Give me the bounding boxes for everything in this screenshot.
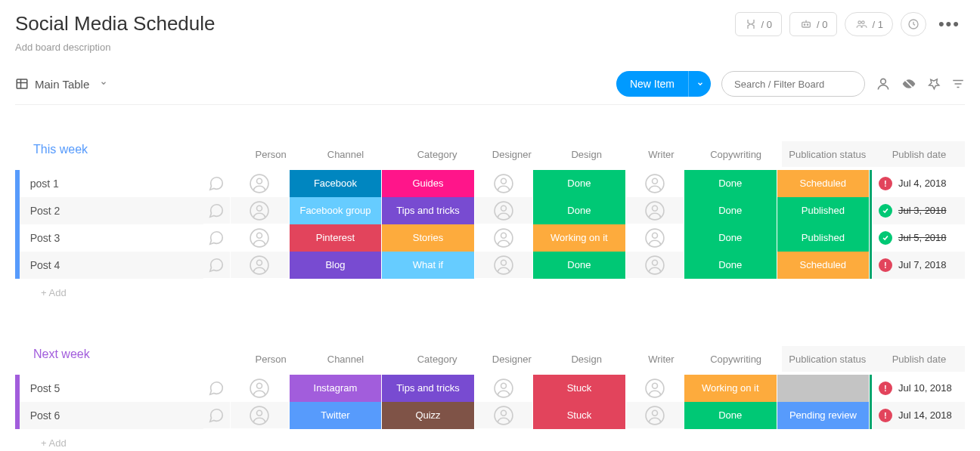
stat-automations[interactable]: / 0 [789, 12, 837, 36]
copywriting-cell[interactable]: Done [684, 197, 777, 224]
channel-cell[interactable]: Facebook group [289, 197, 382, 224]
pin-icon[interactable] [927, 77, 941, 91]
publish-date-cell[interactable]: !Jul 10, 2018 [872, 375, 965, 402]
column-header[interactable]: Designer [483, 141, 541, 167]
column-header[interactable]: Publish date [873, 346, 965, 372]
design-cell[interactable]: Stuck [532, 375, 625, 402]
copywriting-cell[interactable]: Done [684, 402, 777, 429]
view-switcher[interactable]: Main Table [15, 77, 107, 91]
group-collapse-icon[interactable] [15, 348, 29, 361]
designer-cell[interactable] [474, 197, 532, 224]
design-cell[interactable]: Working on it [532, 224, 625, 252]
publication-status-cell[interactable]: Scheduled [777, 252, 870, 279]
designer-cell[interactable] [474, 402, 532, 429]
column-header[interactable]: Person [242, 346, 299, 372]
column-header[interactable]: Publication status [782, 141, 873, 167]
category-cell[interactable]: What if [381, 252, 474, 279]
column-header[interactable]: Publish date [873, 141, 965, 167]
writer-cell[interactable] [625, 224, 684, 252]
column-header[interactable]: Copywriting [690, 346, 782, 372]
item-name[interactable]: post 1 [20, 170, 203, 197]
publish-date-cell[interactable]: Jul 3, 2018 [872, 197, 965, 224]
designer-cell[interactable] [474, 252, 532, 279]
group-collapse-icon[interactable] [15, 143, 29, 156]
add-item[interactable]: + Add [20, 437, 88, 449]
page-title[interactable]: Social Media Schedule [15, 12, 216, 36]
publish-date-cell[interactable]: !Jul 7, 2018 [872, 252, 965, 279]
publish-date-cell[interactable]: !Jul 4, 2018 [872, 170, 965, 197]
writer-cell[interactable] [625, 402, 684, 429]
publish-date-cell[interactable]: !Jul 14, 2018 [872, 402, 965, 429]
design-cell[interactable]: Done [532, 197, 625, 224]
filter-icon[interactable] [951, 77, 965, 91]
column-header[interactable]: Channel [299, 346, 391, 372]
channel-cell[interactable]: Twitter [289, 402, 382, 429]
chat-icon[interactable] [203, 407, 231, 424]
column-header[interactable]: Design [541, 141, 632, 167]
new-item-button[interactable]: New Item [616, 71, 711, 97]
publication-status-cell[interactable]: Published [777, 224, 870, 252]
channel-cell[interactable]: Instagram [289, 375, 382, 402]
person-cell[interactable] [230, 252, 288, 279]
column-header[interactable]: Channel [299, 141, 391, 167]
column-header[interactable]: Copywriting [690, 141, 782, 167]
add-item[interactable]: + Add [20, 287, 88, 298]
channel-cell[interactable]: Blog [289, 252, 382, 279]
stat-people[interactable]: / 1 [845, 12, 892, 36]
hide-icon[interactable] [901, 76, 916, 91]
designer-cell[interactable] [474, 170, 532, 197]
chat-icon[interactable] [203, 257, 231, 273]
writer-cell[interactable] [625, 375, 684, 402]
category-cell[interactable]: Quizz [381, 402, 474, 429]
column-header[interactable]: Designer [483, 346, 541, 372]
publication-status-cell[interactable]: Published [777, 197, 870, 224]
search-input[interactable] [721, 71, 865, 97]
category-cell[interactable]: Stories [381, 224, 474, 252]
channel-cell[interactable]: Pinterest [289, 224, 382, 252]
column-header[interactable]: Writer [632, 141, 690, 167]
writer-cell[interactable] [625, 197, 684, 224]
column-header[interactable]: Person [242, 141, 299, 167]
design-cell[interactable]: Stuck [532, 402, 625, 429]
category-cell[interactable]: Tips and tricks [381, 375, 474, 402]
copywriting-cell[interactable]: Done [684, 170, 777, 197]
item-name[interactable]: Post 6 [20, 402, 203, 429]
channel-cell[interactable]: Facebook [289, 170, 382, 197]
item-name[interactable]: Post 4 [20, 252, 203, 279]
writer-cell[interactable] [625, 170, 684, 197]
person-filter-icon[interactable] [876, 76, 891, 91]
person-cell[interactable] [230, 170, 288, 197]
copywriting-cell[interactable]: Done [684, 252, 777, 279]
stat-integrations[interactable]: / 0 [735, 12, 781, 36]
column-header[interactable]: Category [392, 346, 483, 372]
person-cell[interactable] [230, 224, 288, 252]
category-cell[interactable]: Tips and tricks [381, 197, 474, 224]
category-cell[interactable]: Guides [381, 170, 474, 197]
chat-icon[interactable] [203, 230, 231, 246]
board-description[interactable]: Add board description [15, 42, 216, 53]
writer-cell[interactable] [625, 252, 684, 279]
chat-icon[interactable] [203, 175, 231, 192]
publish-date-cell[interactable]: Jul 5, 2018 [872, 224, 965, 252]
person-cell[interactable] [230, 402, 288, 429]
item-name[interactable]: Post 2 [20, 197, 203, 224]
designer-cell[interactable] [474, 375, 532, 402]
item-name[interactable]: Post 5 [20, 375, 203, 402]
designer-cell[interactable] [474, 224, 532, 252]
copywriting-cell[interactable]: Working on it [684, 375, 777, 402]
design-cell[interactable]: Done [532, 252, 625, 279]
chat-icon[interactable] [203, 202, 231, 219]
publication-status-cell[interactable]: Pending review [777, 402, 870, 429]
new-item-dropdown[interactable] [688, 71, 711, 97]
person-cell[interactable] [230, 197, 288, 224]
column-header[interactable]: Writer [632, 346, 690, 372]
design-cell[interactable]: Done [532, 170, 625, 197]
publication-status-cell[interactable] [777, 375, 870, 402]
activity-log-button[interactable] [901, 12, 926, 36]
column-header[interactable]: Category [392, 141, 483, 167]
column-header[interactable]: Publication status [782, 346, 873, 372]
person-cell[interactable] [230, 375, 288, 402]
item-name[interactable]: Post 3 [20, 224, 203, 252]
publication-status-cell[interactable]: Scheduled [777, 170, 870, 197]
chat-icon[interactable] [203, 380, 231, 397]
